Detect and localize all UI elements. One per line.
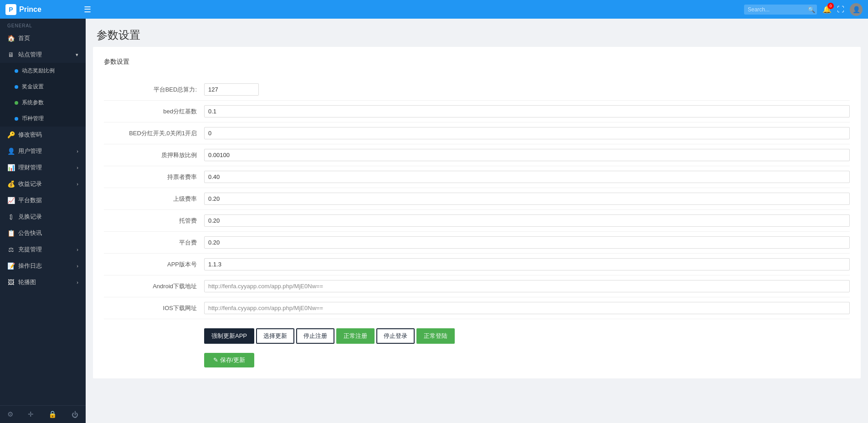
- sidebar-section-label: GENERAL: [0, 19, 86, 30]
- page-title: 参数设置: [97, 28, 857, 42]
- form-row-ios-url: IOS下载网址: [104, 297, 850, 319]
- stop-login-button[interactable]: 停止登录: [376, 328, 415, 344]
- input-superior-fee[interactable]: [204, 193, 850, 205]
- search-button[interactable]: 🔍: [808, 6, 815, 13]
- key-icon: 🔑: [7, 131, 15, 138]
- card-section-title: 参数设置: [104, 58, 850, 70]
- sidebar-label-announcements: 公告快讯: [18, 229, 42, 237]
- form-row-android-url: Android下载地址: [104, 275, 850, 297]
- hamburger-icon[interactable]: ☰: [84, 5, 91, 15]
- chevron-down-icon: ▾: [76, 52, 78, 58]
- chevron-right-icon-6: ›: [77, 280, 78, 285]
- user-avatar[interactable]: 👤: [850, 3, 863, 16]
- lock-icon[interactable]: 🔒: [48, 410, 57, 418]
- input-custody-fee[interactable]: [204, 214, 850, 227]
- submenu-label-system-params: 系统参数: [22, 99, 44, 107]
- label-app-version: APP版本号: [104, 260, 204, 269]
- sidebar-label-recharge-management: 充提管理: [18, 245, 42, 254]
- notification-icon[interactable]: 🔔 0: [822, 5, 832, 14]
- form-row-holder-fee: 持票者费率: [104, 166, 850, 188]
- input-platform-fee[interactable]: [204, 236, 850, 249]
- input-pledge-ratio[interactable]: [204, 149, 850, 161]
- save-row: ✎ 保存/更新: [204, 353, 850, 367]
- form-row-total-bed: 平台BED总算力:: [104, 79, 850, 101]
- page-header: 参数设置: [86, 19, 868, 47]
- stop-register-button[interactable]: 停止注册: [296, 328, 334, 344]
- input-holder-fee[interactable]: [204, 171, 850, 183]
- submenu-label-currency-management: 币种管理: [22, 115, 44, 122]
- app-name: Prince: [19, 5, 41, 14]
- chevron-right-icon-2: ›: [77, 165, 78, 170]
- content-card: 参数设置 平台BED总算力: bed分红基数 BED分红开关,0关闭1开启 质押…: [93, 47, 861, 378]
- sidebar-item-prize-settings[interactable]: 奖金设置: [0, 79, 86, 95]
- label-ios-url: IOS下载网址: [104, 304, 204, 312]
- power-icon[interactable]: ⏻: [72, 411, 78, 418]
- sidebar-item-dynamic-reward[interactable]: 动态奖励比例: [0, 63, 86, 79]
- logo-icon: P: [5, 4, 16, 15]
- sidebar-item-announcements[interactable]: 📋 公告快讯: [0, 225, 86, 241]
- sidebar-label-user-management: 用户管理: [18, 147, 42, 155]
- chevron-right-icon: ›: [77, 148, 78, 154]
- topnav-right: 🔍 🔔 0 ⛶ 👤: [744, 3, 863, 16]
- label-custody-fee: 托管费: [104, 217, 204, 225]
- input-app-version[interactable]: [204, 258, 850, 270]
- input-bed-base[interactable]: [204, 105, 850, 117]
- search-box: 🔍: [744, 5, 817, 15]
- avatar-inner: 👤: [850, 3, 863, 16]
- sidebar-label-change-password: 修改密码: [18, 131, 42, 139]
- input-bed-switch[interactable]: [204, 127, 850, 139]
- label-android-url: Android下载地址: [104, 282, 204, 290]
- sidebar-label-finance-management: 理财管理: [18, 163, 42, 172]
- save-button[interactable]: ✎ 保存/更新: [204, 353, 254, 367]
- sidebar-label-site-management: 站点管理: [18, 51, 42, 59]
- sidebar-item-platform-data[interactable]: 📈 平台数据: [0, 192, 86, 209]
- log-icon: 📝: [7, 262, 15, 270]
- sidebar-item-carousel[interactable]: 🖼 轮播图 ›: [0, 274, 86, 290]
- optional-update-button[interactable]: 选择更新: [256, 328, 294, 344]
- sidebar-item-finance-management[interactable]: 📊 理财管理 ›: [0, 159, 86, 176]
- label-total-bed: 平台BED总算力:: [104, 86, 204, 94]
- form-row-bed-switch: BED分红开关,0关闭1开启: [104, 122, 850, 144]
- trending-icon: 📈: [7, 197, 15, 204]
- label-superior-fee: 上级费率: [104, 195, 204, 203]
- fullscreen-icon[interactable]: ⛶: [837, 5, 844, 14]
- label-platform-fee: 平台费: [104, 239, 204, 247]
- normal-register-button[interactable]: 正常注册: [336, 328, 375, 344]
- sidebar-label-income-records: 收益记录: [18, 180, 42, 188]
- chevron-right-icon-5: ›: [77, 263, 78, 269]
- main-content: 参数设置 参数设置 平台BED总算力: bed分红基数 BED分红开关,0关闭1…: [86, 19, 868, 423]
- sidebar-item-operation-logs[interactable]: 📝 操作日志 ›: [0, 258, 86, 274]
- topnav-left: P Prince ☰: [5, 4, 91, 15]
- sidebar-item-home[interactable]: 🏠 首页: [0, 30, 86, 46]
- label-bed-switch: BED分红开关,0关闭1开启: [104, 129, 204, 138]
- image-icon: 🖼: [7, 279, 15, 286]
- tools-icon[interactable]: ✛: [28, 410, 34, 418]
- sidebar-item-change-password[interactable]: 🔑 修改密码: [0, 127, 86, 143]
- sidebar-bottom: ⚙ ✛ 🔒 ⏻: [0, 405, 86, 423]
- force-update-button[interactable]: 强制更新APP: [204, 328, 254, 344]
- sidebar-item-site-management[interactable]: 🖥 站点管理 ▾: [0, 46, 86, 63]
- normal-login-button[interactable]: 正常登陆: [416, 328, 455, 344]
- top-navigation: P Prince ☰ 🔍 🔔 0 ⛶ 👤: [0, 0, 868, 19]
- sidebar-item-exchange-records[interactable]: ₿ 兑换记录: [0, 209, 86, 225]
- sidebar-item-user-management[interactable]: 👤 用户管理 ›: [0, 143, 86, 159]
- form-row-custody-fee: 托管费: [104, 210, 850, 232]
- sidebar-label-home: 首页: [18, 34, 30, 42]
- sidebar-item-currency-management[interactable]: 币种管理: [0, 111, 86, 127]
- scale-icon: ⚖: [7, 246, 15, 253]
- input-android-url[interactable]: [204, 280, 850, 292]
- submenu-label-dynamic-reward: 动态奖励比例: [22, 67, 55, 75]
- sidebar-item-system-params[interactable]: 系统参数: [0, 95, 86, 111]
- input-total-bed[interactable]: [204, 83, 259, 96]
- sidebar-label-operation-logs: 操作日志: [18, 262, 42, 270]
- sidebar-submenu-site: 动态奖励比例 奖金设置 系统参数 币种管理: [0, 63, 86, 127]
- settings-icon[interactable]: ⚙: [7, 410, 13, 418]
- input-ios-url[interactable]: [204, 302, 850, 314]
- form-row-app-version: APP版本号: [104, 254, 850, 275]
- bitcoin-icon: ₿: [7, 213, 15, 220]
- search-input[interactable]: [744, 5, 817, 15]
- sidebar-item-recharge-management[interactable]: ⚖ 充提管理 ›: [0, 241, 86, 258]
- announcement-icon: 📋: [7, 229, 15, 237]
- sidebar-item-income-records[interactable]: 💰 收益记录 ›: [0, 176, 86, 192]
- chart-icon: 📊: [7, 164, 15, 171]
